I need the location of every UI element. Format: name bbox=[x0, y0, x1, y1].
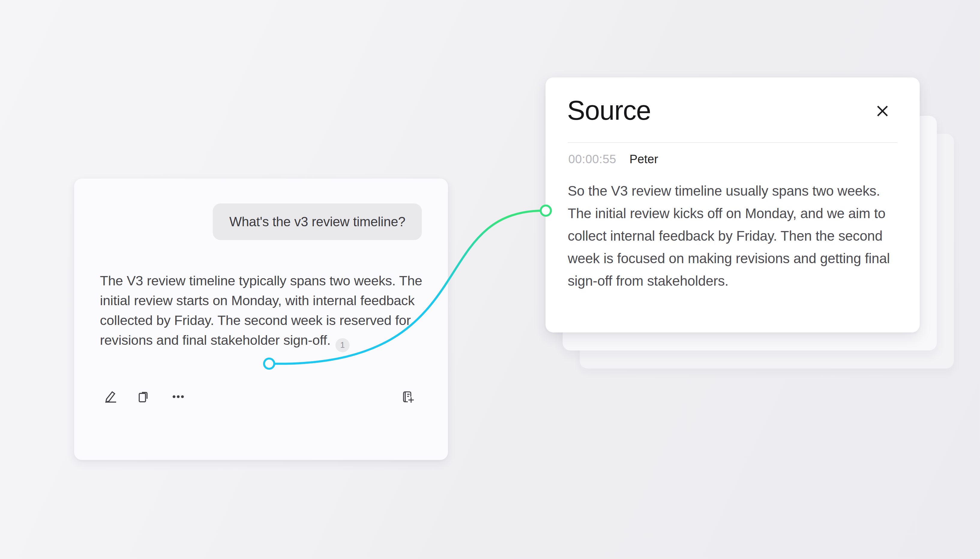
close-button[interactable] bbox=[874, 103, 891, 119]
close-icon bbox=[874, 116, 891, 120]
copy-icon bbox=[137, 389, 151, 404]
transcript-speaker: Peter bbox=[630, 152, 658, 165]
ellipsis-icon bbox=[171, 389, 185, 404]
copy-button[interactable] bbox=[137, 389, 151, 404]
user-question-bubble: What's the v3 review timeline? bbox=[213, 203, 422, 240]
divider bbox=[568, 142, 897, 143]
note-add-icon bbox=[401, 389, 415, 404]
source-panel-title: Source bbox=[567, 96, 651, 125]
assistant-answer-text: The V3 review timeline typically spans t… bbox=[100, 273, 422, 348]
source-panel: Source 00:00:55Peter So the V3 review ti… bbox=[545, 78, 920, 332]
transcript-timestamp[interactable]: 00:00:55 bbox=[568, 152, 616, 165]
chat-card: What's the v3 review timeline? The V3 re… bbox=[74, 179, 448, 460]
transcript-meta-row: 00:00:55Peter bbox=[568, 152, 658, 166]
citation-badge[interactable]: 1 bbox=[335, 338, 350, 352]
page-background: What's the v3 review timeline? The V3 re… bbox=[0, 0, 980, 559]
more-options-button[interactable] bbox=[171, 389, 185, 404]
transcript-quote: So the V3 review timeline usually spans … bbox=[568, 180, 895, 292]
pencil-icon bbox=[103, 389, 117, 404]
edit-button[interactable] bbox=[103, 389, 117, 404]
add-to-note-button[interactable] bbox=[401, 389, 415, 404]
assistant-answer: The V3 review timeline typically spans t… bbox=[100, 271, 425, 352]
